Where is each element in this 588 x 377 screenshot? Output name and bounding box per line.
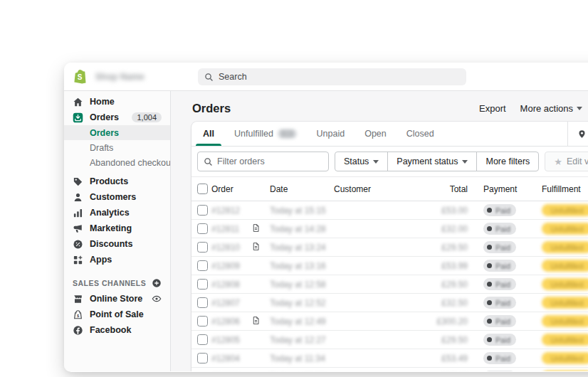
sidebar-item-home[interactable]: Home: [64, 94, 170, 110]
payment-status-badge: Paid: [483, 260, 516, 272]
order-number[interactable]: #12811: [211, 224, 244, 234]
row-checkbox[interactable]: [197, 260, 208, 271]
table-row[interactable]: #12809 Today at 13:16 £53.99 Paid Unfulf…: [191, 257, 588, 275]
row-checkbox[interactable]: [197, 334, 208, 345]
tab-unpaid[interactable]: Unpaid: [317, 122, 345, 146]
sidebar-item-label: Point of Sale: [90, 309, 144, 319]
edit-view-label: Edit view: [567, 156, 588, 166]
sidebar-item-customers[interactable]: Customers: [64, 189, 170, 205]
sidebar-item-products[interactable]: Products: [64, 174, 170, 189]
row-checkbox[interactable]: [197, 242, 208, 253]
fulfillment-status-badge: Unfulfilled: [542, 260, 588, 272]
tab-label: Unpaid: [317, 129, 345, 139]
search-icon: [204, 157, 213, 166]
payment-status-label: Paid: [495, 336, 510, 344]
table-body: #12812 Today at 15:15 £53.00 Paid Unfulf…: [191, 201, 588, 371]
tab-label: Unfulfilled: [234, 129, 273, 139]
note-icon: [251, 315, 261, 328]
sidebar-item-apps[interactable]: Apps: [64, 252, 170, 267]
global-search-input[interactable]: [219, 72, 460, 82]
table-row[interactable]: #12806 Today at 12:49 £300.20 Paid Unful…: [191, 312, 588, 331]
order-number[interactable]: #12806: [211, 317, 244, 326]
fulfillment-cell: Unfulfilled: [539, 220, 588, 238]
home-icon: [73, 97, 83, 107]
select-all-checkbox[interactable]: [197, 184, 208, 194]
order-date: Today at 13:16: [270, 261, 334, 271]
sidebar-item-online-store[interactable]: Online Store: [64, 291, 170, 307]
edit-view-button[interactable]: ★ Edit view: [545, 152, 588, 171]
row-checkbox[interactable]: [197, 353, 208, 363]
tab-all[interactable]: All: [203, 122, 214, 146]
order-total: £300.20: [426, 317, 468, 326]
orders-icon: [73, 112, 83, 123]
sidebar-item-label: Marketing: [90, 223, 132, 233]
filter-orders-input[interactable]: [217, 156, 322, 166]
view-online-store-button[interactable]: [152, 294, 162, 304]
sidebar-item-point-of-sale[interactable]: $ Point of Sale: [64, 307, 170, 322]
order-number[interactable]: #12810: [211, 243, 244, 253]
row-checkbox[interactable]: [197, 316, 208, 326]
sidebar-item-analytics[interactable]: Analytics: [64, 205, 170, 221]
sidebar-subitem[interactable]: Abandoned checkouts: [64, 155, 170, 170]
locations-button[interactable]: All locations: [567, 122, 588, 146]
payment-status-badge: Paid: [483, 241, 516, 253]
payment-status-badge: Paid: [483, 297, 516, 309]
fulfillment-cell: Unfulfilled: [539, 294, 588, 312]
payment-status-filter-button[interactable]: Payment status: [387, 152, 477, 171]
table-row[interactable]: #12811 Today at 14:28 £32.00 Paid Unfulf…: [191, 220, 588, 238]
payment-dot-icon: [487, 263, 492, 268]
more-actions-button[interactable]: More actions: [520, 103, 582, 114]
row-checkbox[interactable]: [197, 223, 208, 234]
order-number[interactable]: #12809: [211, 261, 244, 271]
fulfillment-status-badge: Unfulfilled: [542, 334, 588, 346]
sidebar-subitem[interactable]: Orders: [64, 125, 170, 140]
sidebar-item-discounts[interactable]: Discounts: [64, 236, 170, 252]
column-payment: Payment: [468, 184, 539, 194]
order-number[interactable]: #12808: [211, 280, 244, 290]
row-checkbox[interactable]: [197, 205, 208, 216]
payment-status-label: Paid: [495, 280, 510, 289]
eye-icon: [152, 294, 162, 304]
payment-status-filter-label: Payment status: [397, 156, 458, 166]
row-checkbox[interactable]: [197, 297, 208, 308]
column-order: Order: [211, 184, 244, 194]
order-number[interactable]: #12804: [211, 354, 244, 363]
search-icon: [204, 73, 214, 82]
apps-icon: [73, 255, 83, 265]
tab-unfulfilled[interactable]: Unfulfilled 919: [234, 122, 297, 146]
order-number[interactable]: #12812: [211, 206, 244, 216]
table-row[interactable]: #12810 Today at 13:24 £29.50 Paid Unfulf…: [191, 238, 588, 257]
status-filter-button[interactable]: Status: [335, 152, 388, 171]
export-label: Export: [479, 103, 506, 114]
table-row[interactable]: #12812 Today at 15:15 £53.00 Paid Unfulf…: [191, 201, 588, 220]
table-row[interactable]: #12808 Today at 12:58 £29.50 Paid Unfulf…: [191, 275, 588, 294]
payment-status-badge: Paid: [483, 334, 516, 346]
filter-button-group: Status Payment status More filters: [335, 152, 539, 171]
order-number[interactable]: #12805: [211, 335, 244, 345]
payment-status-label: Paid: [495, 225, 510, 233]
tab-open[interactable]: Open: [364, 122, 387, 146]
note-icon-cell: [244, 223, 270, 235]
status-filter-label: Status: [344, 156, 369, 166]
more-filters-button[interactable]: More filters: [476, 152, 539, 171]
sidebar-item-orders[interactable]: Orders 1,004: [64, 110, 170, 125]
export-button[interactable]: Export: [479, 103, 506, 114]
payment-status-label: Paid: [495, 299, 510, 307]
order-number[interactable]: #12807: [211, 298, 244, 308]
table-row[interactable]: #12804 Today at 11:34 £53.49 Paid Unfulf…: [191, 349, 588, 368]
payment-dot-icon: [487, 319, 492, 324]
column-date: Date: [270, 184, 334, 194]
row-checkbox[interactable]: [197, 279, 208, 290]
sidebar-item-marketing[interactable]: Marketing: [64, 221, 170, 236]
order-total: £53.49: [426, 354, 468, 363]
sidebar-item-facebook[interactable]: Facebook: [64, 322, 170, 338]
table-row[interactable]: #12805 Today at 12:27 £29.50 Paid Unfulf…: [191, 331, 588, 349]
tab-closed[interactable]: Closed: [406, 122, 434, 146]
sidebar-subitem[interactable]: Drafts: [64, 140, 170, 155]
global-search[interactable]: [198, 68, 466, 85]
table-row[interactable]: #12803 Today at 11:02 £45.49 Paid Unfulf…: [191, 368, 588, 371]
filter-orders-search[interactable]: [197, 152, 329, 171]
add-sales-channel-button[interactable]: [152, 278, 162, 288]
order-date: Today at 11:34: [270, 354, 334, 363]
table-row[interactable]: #12807 Today at 12:52 £32.50 Paid Unfulf…: [191, 294, 588, 312]
